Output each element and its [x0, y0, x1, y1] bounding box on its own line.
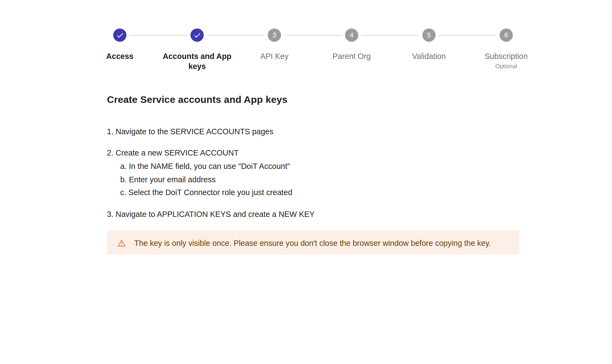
check-icon	[116, 31, 124, 39]
step-label: Accounts and App keys	[161, 51, 233, 71]
wizard-page: Access Accounts and App keys 3 API Key 4	[0, 0, 612, 255]
step-number: 3	[272, 32, 276, 38]
step-completed-badge	[191, 28, 204, 42]
step-completed-badge	[113, 28, 127, 42]
step-label: API Key	[260, 51, 288, 61]
instruction-step-2: 2. Create a new SERVICE ACCOUNT	[107, 148, 239, 159]
step-number: 6	[504, 32, 508, 38]
step-label: Parent Org	[332, 51, 371, 61]
instruction-step-2c: c. Select the DoiT Connector role you ju…	[120, 187, 292, 198]
stepper: Access Accounts and App keys 3 API Key 4	[81, 28, 545, 71]
check-icon	[193, 31, 201, 39]
step-label: Access	[106, 51, 133, 61]
step-number-badge: 5	[422, 28, 436, 42]
step-connector	[207, 35, 265, 35]
step-connector	[361, 35, 419, 35]
step-number: 4	[350, 32, 353, 38]
warning-text: The key is only visible once. Please ens…	[134, 239, 491, 248]
step-connector	[130, 35, 188, 35]
warning-alert: The key is only visible once. Please ens…	[107, 231, 519, 255]
stepper-step-subscription: 6 Subscription Optional	[468, 28, 545, 71]
step-number: 5	[427, 32, 431, 38]
step-label: Validation	[412, 51, 446, 61]
step-label: Subscription	[485, 51, 528, 61]
instruction-step-1: 1. Navigate to the SERVICE ACCOUNTS page…	[107, 126, 274, 137]
page-title: Create Service accounts and App keys	[107, 94, 287, 105]
step-connector	[439, 35, 497, 35]
step-number-badge: 4	[345, 28, 358, 42]
step-number-badge: 3	[268, 28, 281, 42]
instruction-step-2b: b. Enter your email address	[120, 174, 216, 185]
instruction-step-3: 3. Navigate to APPLICATION KEYS and crea…	[107, 209, 315, 220]
step-optional-sublabel: Optional	[495, 63, 517, 70]
warning-triangle-icon	[117, 239, 126, 248]
step-number-badge: 6	[500, 28, 513, 42]
instruction-step-2a: a. In the NAME field, you can use "DoiT …	[120, 161, 290, 172]
step-connector	[284, 35, 342, 35]
